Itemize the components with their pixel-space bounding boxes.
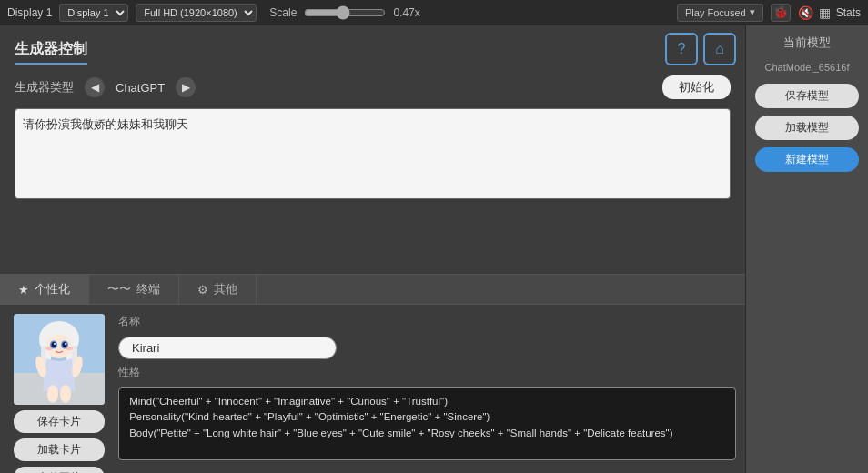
- svg-point-15: [66, 347, 73, 350]
- new-model-button[interactable]: 新建模型: [755, 147, 859, 172]
- generator-type-value: ChatGPT: [116, 81, 165, 95]
- avatar-section: 保存卡片 加载卡片 上传图片 出现次数: [9, 314, 109, 464]
- top-right-controls: 🔇 ▦ Stats: [798, 5, 861, 20]
- save-card-button[interactable]: 保存卡片: [14, 410, 105, 433]
- question-icon-button[interactable]: ?: [665, 33, 698, 65]
- mute-icon[interactable]: 🔇: [798, 5, 813, 20]
- svg-point-13: [65, 343, 66, 345]
- tab-content-personalization: 保存卡片 加载卡片 上传图片 出现次数 名称 性格 Mind("Cheerful…: [0, 305, 745, 473]
- tab-terminal[interactable]: 〜〜 终端: [89, 275, 179, 304]
- save-model-button[interactable]: 保存模型: [755, 84, 859, 108]
- prev-type-button[interactable]: ◀: [85, 77, 105, 97]
- svg-point-19: [60, 385, 71, 403]
- main-area: ? ⌂ 生成器控制 生成器类型 ◀ ChatGPT ▶ 初始化 请你扮演我傲娇的…: [0, 25, 868, 473]
- bottom-section: ★ 个性化 〜〜 终端 ⚙ 其他: [0, 274, 745, 473]
- display-label: Display 1: [7, 6, 52, 19]
- personality-field-label: 性格: [118, 365, 736, 380]
- load-card-button[interactable]: 加载卡片: [14, 438, 105, 461]
- home-icon: ⌂: [715, 41, 724, 57]
- info-section: 名称 性格 Mind("Cheerful" + "Innocent" + "Im…: [118, 314, 736, 464]
- top-bar: Display 1 Display 1 Display 2 Full HD (1…: [0, 0, 868, 25]
- gear-icon: ⚙: [197, 283, 208, 297]
- scale-label: Scale: [269, 6, 297, 19]
- svg-point-18: [47, 385, 58, 403]
- svg-point-14: [45, 347, 53, 350]
- display-select[interactable]: Display 1 Display 2: [59, 4, 128, 22]
- stats-label[interactable]: Stats: [836, 6, 861, 19]
- right-panel-title: 当前模型: [755, 35, 859, 51]
- tabs-row: ★ 个性化 〜〜 终端 ⚙ 其他: [0, 275, 745, 305]
- svg-point-7: [46, 335, 72, 358]
- init-button[interactable]: 初始化: [662, 75, 731, 99]
- prev-icon: ◀: [91, 81, 99, 94]
- scale-slider[interactable]: [304, 5, 386, 20]
- svg-point-11: [63, 342, 67, 347]
- play-focused-button[interactable]: Play Focused ▾: [677, 4, 763, 22]
- upload-image-button[interactable]: 上传图片: [14, 467, 105, 473]
- right-panel: 当前模型 ChatModel_65616f 保存模型 加载模型 新建模型: [745, 25, 868, 473]
- tab-other[interactable]: ⚙ 其他: [179, 275, 257, 304]
- tab-other-label: 其他: [214, 281, 237, 297]
- play-focused-label: Play Focused: [685, 7, 746, 18]
- icon-buttons-group: ? ⌂: [665, 33, 736, 65]
- prompt-textarea[interactable]: 请你扮演我傲娇的妹妹和我聊天: [15, 108, 731, 199]
- panel-title: 生成器控制: [15, 40, 87, 65]
- name-field-label: 名称: [118, 314, 736, 329]
- tab-terminal-label: 终端: [136, 281, 160, 297]
- tab-personalization[interactable]: ★ 个性化: [0, 275, 89, 304]
- grid-icon[interactable]: ▦: [819, 5, 831, 20]
- panel-title-container: 生成器控制: [15, 40, 731, 75]
- scale-value: 0.47x: [393, 6, 426, 19]
- personality-textarea[interactable]: Mind("Cheerful" + "Innocent" + "Imaginat…: [118, 387, 736, 460]
- svg-point-12: [54, 343, 56, 345]
- dropdown-arrow-icon: ▾: [750, 6, 755, 18]
- generator-type-label: 生成器类型: [15, 79, 74, 96]
- next-type-button[interactable]: ▶: [176, 77, 196, 97]
- character-name-input[interactable]: [118, 337, 337, 359]
- home-icon-button[interactable]: ⌂: [703, 33, 736, 65]
- tab-personalization-label: 个性化: [35, 281, 70, 297]
- load-model-button[interactable]: 加载模型: [755, 116, 859, 140]
- star-icon: ★: [18, 283, 29, 297]
- wave-icon: 〜〜: [107, 281, 131, 297]
- resolution-select[interactable]: Full HD (1920×1080) HD (1280×720): [136, 4, 257, 22]
- generator-type-row: 生成器类型 ◀ ChatGPT ▶ 初始化: [15, 75, 731, 99]
- model-name: ChatModel_65616f: [755, 62, 859, 73]
- next-icon: ▶: [182, 81, 190, 94]
- bug-icon: 🐞: [773, 5, 788, 19]
- character-avatar: [14, 314, 105, 405]
- question-icon: ?: [678, 41, 686, 57]
- svg-point-10: [52, 342, 56, 347]
- bug-icon-button[interactable]: 🐞: [771, 4, 791, 22]
